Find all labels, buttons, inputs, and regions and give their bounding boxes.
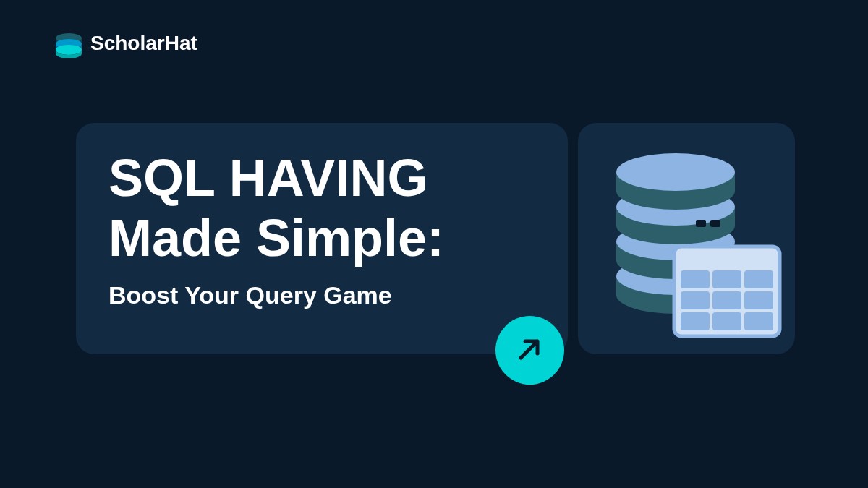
svg-rect-23 <box>712 270 741 288</box>
svg-rect-25 <box>681 291 710 309</box>
title-line-1: SQL HAVING <box>109 148 535 208</box>
svg-rect-28 <box>681 312 710 330</box>
svg-point-20 <box>616 153 735 191</box>
text-card: SQL HAVING Made Simple: Boost Your Query… <box>76 123 568 354</box>
arrow-icon <box>514 333 546 368</box>
svg-rect-16 <box>696 220 706 227</box>
subtitle: Boost Your Query Game <box>109 281 535 309</box>
svg-rect-24 <box>744 270 773 288</box>
svg-rect-26 <box>712 291 741 309</box>
svg-rect-29 <box>712 312 741 330</box>
svg-rect-22 <box>681 270 710 288</box>
title-line-2: Made Simple: <box>109 208 535 268</box>
svg-rect-30 <box>744 312 773 330</box>
content-container: SQL HAVING Made Simple: Boost Your Query… <box>76 123 795 354</box>
table-icon <box>672 244 782 341</box>
arrow-badge <box>495 316 564 385</box>
scholarhat-icon <box>54 29 83 58</box>
graphic-card <box>578 123 795 354</box>
svg-rect-17 <box>710 220 720 227</box>
svg-rect-27 <box>744 291 773 309</box>
svg-point-2 <box>56 45 82 55</box>
logo: ScholarHat <box>54 29 197 58</box>
logo-text: ScholarHat <box>90 32 197 55</box>
